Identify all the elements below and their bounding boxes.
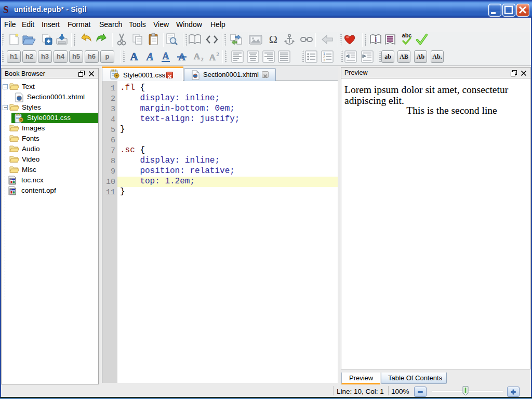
svg-text:S: S — [3, 5, 9, 15]
svg-text:Ω: Ω — [269, 33, 277, 46]
svg-text:A: A — [194, 51, 201, 61]
svg-text:2: 2 — [201, 56, 204, 62]
svg-text:2: 2 — [216, 51, 219, 57]
svg-text:3: 3 — [323, 58, 325, 62]
svg-text:A: A — [163, 51, 169, 61]
svg-text:A: A — [209, 52, 216, 62]
svg-text:A: A — [145, 51, 153, 62]
svg-text:A: A — [130, 50, 138, 63]
